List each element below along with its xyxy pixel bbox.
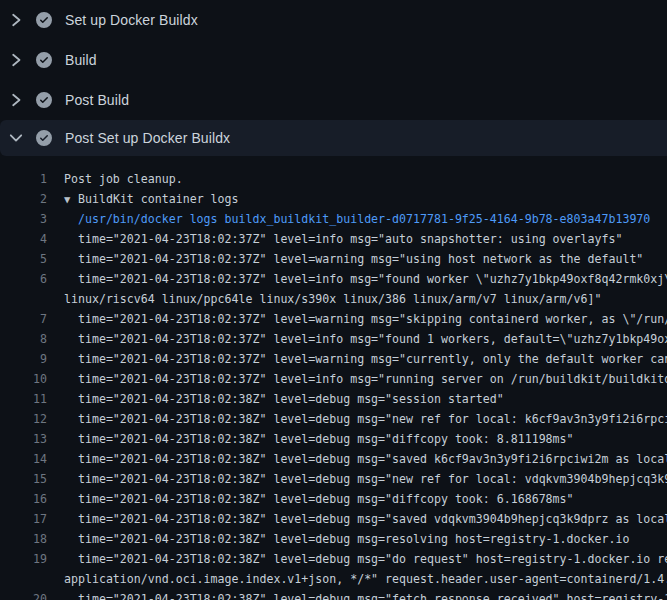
log-line[interactable]: 12 time="2021-04-23T18:02:38Z" level=deb…: [0, 409, 667, 429]
check-circle-icon: [36, 130, 52, 146]
log-line[interactable]: 17 time="2021-04-23T18:02:38Z" level=deb…: [0, 509, 667, 529]
log-text: time="2021-04-23T18:02:38Z" level=debug …: [64, 429, 574, 449]
log-text: application/vnd.oci.image.index.v1+json,…: [64, 569, 667, 589]
log-line[interactable]: 14 time="2021-04-23T18:02:38Z" level=deb…: [0, 449, 667, 469]
line-number[interactable]: 12: [0, 409, 47, 429]
log-line-continuation[interactable]: application/vnd.oci.image.index.v1+json,…: [0, 569, 667, 589]
group-title: BuildKit container logs: [78, 192, 239, 206]
log-text: time="2021-04-23T18:02:37Z" level=warnin…: [64, 349, 667, 369]
log-text: time="2021-04-23T18:02:38Z" level=debug …: [64, 529, 629, 549]
log-line[interactable]: 19 time="2021-04-23T18:02:38Z" level=deb…: [0, 549, 667, 569]
log-line[interactable]: 15 time="2021-04-23T18:02:38Z" level=deb…: [0, 469, 667, 489]
line-number[interactable]: 14: [0, 449, 47, 469]
line-number[interactable]: 2: [0, 189, 47, 209]
line-number[interactable]: 10: [0, 369, 47, 389]
log-line[interactable]: 11 time="2021-04-23T18:02:38Z" level=deb…: [0, 389, 667, 409]
chevron-right-icon[interactable]: [8, 52, 24, 68]
step-header-post-set-up-docker-buildx[interactable]: Post Set up Docker Buildx: [0, 120, 667, 156]
step-name: Set up Docker Buildx: [65, 12, 198, 28]
log-text: time="2021-04-23T18:02:38Z" level=debug …: [64, 409, 667, 429]
log-text: time="2021-04-23T18:02:37Z" level=info m…: [64, 269, 667, 289]
line-number[interactable]: 4: [0, 229, 47, 249]
line-number[interactable]: 6: [0, 269, 47, 289]
log-text: time="2021-04-23T18:02:38Z" level=debug …: [64, 449, 667, 469]
log-line[interactable]: 18 time="2021-04-23T18:02:38Z" level=deb…: [0, 529, 667, 549]
log-line[interactable]: 3 /usr/bin/docker logs buildx_buildkit_b…: [0, 209, 667, 229]
check-circle-icon: [36, 52, 52, 68]
line-number[interactable]: 17: [0, 509, 47, 529]
log-line[interactable]: 5 time="2021-04-23T18:02:37Z" level=warn…: [0, 249, 667, 269]
log-line[interactable]: 10 time="2021-04-23T18:02:37Z" level=inf…: [0, 369, 667, 389]
log-text: Post job cleanup.: [64, 169, 183, 189]
log-text: time="2021-04-23T18:02:37Z" level=warnin…: [64, 249, 643, 269]
log-text: time="2021-04-23T18:02:38Z" level=debug …: [64, 549, 667, 569]
log-line[interactable]: 20 time="2021-04-23T18:02:38Z" level=deb…: [0, 589, 667, 600]
line-number[interactable]: 5: [0, 249, 47, 269]
log-line[interactable]: 9 time="2021-04-23T18:02:37Z" level=warn…: [0, 349, 667, 369]
step-name: Post Build: [65, 92, 129, 108]
step-name: Build: [65, 52, 97, 68]
command-text: /usr/bin/docker logs buildx_buildkit_bui…: [64, 209, 650, 229]
line-number[interactable]: 20: [0, 589, 47, 600]
log-line[interactable]: 2▼BuildKit container logs: [0, 189, 667, 209]
actions-log-viewer: Set up Docker BuildxBuildPost BuildPost …: [0, 0, 667, 600]
check-circle-icon: [36, 12, 52, 28]
step-header-post-build[interactable]: Post Build: [0, 80, 667, 120]
step-header-build[interactable]: Build: [0, 40, 667, 80]
log-text: time="2021-04-23T18:02:37Z" level=info m…: [64, 329, 667, 349]
step-name: Post Set up Docker Buildx: [65, 130, 230, 146]
line-number[interactable]: 7: [0, 309, 47, 329]
line-number[interactable]: 11: [0, 389, 47, 409]
line-number[interactable]: 9: [0, 349, 47, 369]
log-text: time="2021-04-23T18:02:38Z" level=debug …: [64, 589, 667, 600]
log-text: time="2021-04-23T18:02:38Z" level=debug …: [64, 509, 667, 529]
check-circle-icon: [36, 92, 52, 108]
line-number[interactable]: 15: [0, 469, 47, 489]
line-number[interactable]: 16: [0, 489, 47, 509]
log-text: time="2021-04-23T18:02:37Z" level=info m…: [64, 229, 622, 249]
log-line[interactable]: 6 time="2021-04-23T18:02:37Z" level=info…: [0, 269, 667, 289]
log-line[interactable]: 16 time="2021-04-23T18:02:38Z" level=deb…: [0, 489, 667, 509]
line-number[interactable]: 3: [0, 209, 47, 229]
log-text: time="2021-04-23T18:02:37Z" level=warnin…: [64, 309, 667, 329]
log-lines-container: 1Post job cleanup.2▼BuildKit container l…: [0, 169, 667, 600]
chevron-down-icon[interactable]: [8, 130, 24, 146]
log-line[interactable]: 4 time="2021-04-23T18:02:37Z" level=info…: [0, 229, 667, 249]
line-number[interactable]: 1: [0, 169, 47, 189]
chevron-right-icon[interactable]: [8, 12, 24, 28]
step-header-set-up-docker-buildx[interactable]: Set up Docker Buildx: [0, 0, 667, 40]
log-text: time="2021-04-23T18:02:38Z" level=debug …: [64, 389, 504, 409]
log-line[interactable]: 8 time="2021-04-23T18:02:37Z" level=info…: [0, 329, 667, 349]
line-number[interactable]: 13: [0, 429, 47, 449]
log-text: time="2021-04-23T18:02:38Z" level=debug …: [64, 489, 574, 509]
line-number[interactable]: 19: [0, 549, 47, 569]
log-line[interactable]: 1Post job cleanup.: [0, 169, 667, 189]
line-number[interactable]: 8: [0, 329, 47, 349]
chevron-right-icon[interactable]: [8, 92, 24, 108]
log-text: linux/riscv64 linux/ppc64le linux/s390x …: [64, 289, 601, 309]
log-line[interactable]: 13 time="2021-04-23T18:02:38Z" level=deb…: [0, 429, 667, 449]
log-line[interactable]: 7 time="2021-04-23T18:02:37Z" level=warn…: [0, 309, 667, 329]
log-text: time="2021-04-23T18:02:38Z" level=debug …: [64, 469, 667, 489]
log-text: ▼BuildKit container logs: [64, 189, 239, 209]
log-line-continuation[interactable]: linux/riscv64 linux/ppc64le linux/s390x …: [0, 289, 667, 309]
line-number[interactable]: 18: [0, 529, 47, 549]
log-text: time="2021-04-23T18:02:37Z" level=info m…: [64, 369, 667, 389]
group-collapse-triangle-icon[interactable]: ▼: [64, 189, 78, 209]
